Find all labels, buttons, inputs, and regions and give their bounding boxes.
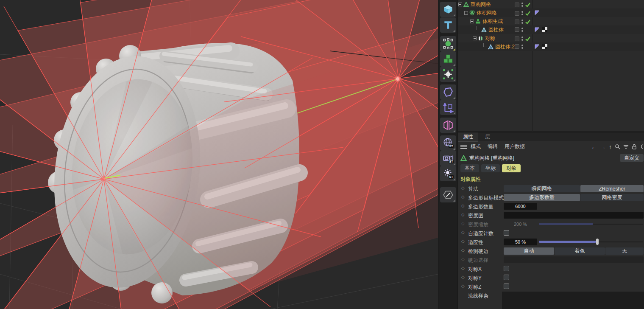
edit-pencil-icon[interactable] <box>515 27 519 32</box>
expand-toggle[interactable] <box>470 20 474 23</box>
deformer-icon[interactable] <box>440 84 456 100</box>
tab-basic[interactable]: 基本 <box>460 164 479 172</box>
key-diamond-icon[interactable]: ◇ <box>461 266 465 270</box>
refresh-icon-clipped[interactable] <box>640 144 643 149</box>
menu-user-data[interactable]: 用户数据 <box>505 143 525 150</box>
menu-edit[interactable]: 编辑 <box>488 143 498 150</box>
visibility-dots[interactable] <box>521 20 523 24</box>
object-row-volume-mesher[interactable]: 体积网格 <box>458 8 644 17</box>
forward-arrow-icon[interactable]: → <box>600 143 606 150</box>
edit-pencil-icon[interactable] <box>515 11 519 16</box>
search-icon[interactable] <box>615 144 620 149</box>
text-tool-icon[interactable] <box>440 17 456 33</box>
cube-primitive-icon[interactable] <box>440 2 456 17</box>
edit-pencil-icon[interactable] <box>515 3 519 7</box>
key-diamond-icon[interactable]: ◇ <box>461 230 465 235</box>
light-icon[interactable]: ST <box>440 166 456 181</box>
texture-tag-icon[interactable] <box>542 27 547 32</box>
object-label[interactable]: 对称 <box>485 35 495 42</box>
polygon-count-input[interactable]: 6000 <box>504 203 537 210</box>
expand-toggle[interactable] <box>473 37 477 40</box>
tree-elbow <box>483 43 487 47</box>
adaptive-count-checkbox[interactable] <box>504 230 509 236</box>
object-label[interactable]: 圆柱体.2 <box>495 43 515 51</box>
target-mode-mesh-density-button[interactable]: 网格密度 <box>580 194 644 201</box>
row-hard-edge-selection: ◇ 硬边选择 <box>458 256 644 264</box>
sky-icon[interactable]: ST <box>440 135 456 151</box>
filter-icon[interactable] <box>623 144 629 149</box>
object-row-volume-builder[interactable]: 体积生成 <box>458 17 644 25</box>
symmetry-tool-icon[interactable] <box>440 118 456 133</box>
back-arrow-icon[interactable]: ← <box>591 143 597 150</box>
phong-flag-icon[interactable] <box>535 44 540 49</box>
menu-mode[interactable]: 模式 <box>471 143 481 150</box>
edit-pencil-icon[interactable] <box>515 37 519 41</box>
camera-icon[interactable]: ST <box>440 151 456 166</box>
object-label[interactable]: 体积网格 <box>477 9 497 17</box>
hard-edges-auto-button[interactable]: 自动 <box>504 247 554 255</box>
key-diamond-icon[interactable]: ◇ <box>461 212 465 217</box>
volume-icon[interactable] <box>440 51 456 67</box>
generator-icon[interactable] <box>440 36 456 51</box>
visibility-dots[interactable] <box>521 37 523 41</box>
visibility-dots[interactable] <box>521 11 523 15</box>
expand-toggle[interactable] <box>458 3 462 6</box>
enabled-check-icon[interactable] <box>525 10 531 16</box>
field-icon[interactable] <box>440 67 456 82</box>
viewport-3d[interactable] <box>0 0 438 309</box>
enabled-check-icon[interactable] <box>525 19 531 25</box>
lock-icon[interactable] <box>632 144 637 149</box>
hard-edges-shading-button[interactable]: 着色 <box>555 247 605 255</box>
density-map-field[interactable] <box>504 212 644 219</box>
property-label: 对称Y <box>468 275 482 282</box>
symmetry-z-checkbox[interactable] <box>504 284 509 289</box>
symmetry-x-checkbox[interactable] <box>504 266 509 271</box>
row-algorithm: ◇ 算法 瞬间网格 ZRemesher <box>458 184 644 193</box>
object-label[interactable]: 重构网格 <box>471 1 491 8</box>
texture-tag-icon[interactable] <box>542 44 547 49</box>
key-diamond-icon[interactable]: ◇ <box>461 275 465 279</box>
sculpt-pen-icon[interactable] <box>440 187 456 202</box>
adaptivity-input[interactable]: 50 % <box>504 239 537 245</box>
algorithm-instant-meshes-button[interactable]: 瞬间网格 <box>504 185 580 192</box>
object-row-remesh[interactable]: 重构网格 <box>458 0 644 8</box>
object-label[interactable]: 圆柱体 <box>488 26 504 34</box>
symmetry-y-checkbox[interactable] <box>504 275 509 280</box>
key-diamond-icon[interactable]: ◇ <box>461 284 465 288</box>
streamline-spline-box[interactable] <box>502 292 644 309</box>
visibility-dots[interactable] <box>521 28 523 32</box>
enabled-check-icon[interactable] <box>525 36 531 42</box>
customize-button[interactable]: 自定义 <box>620 154 644 162</box>
selected-object-title-row: 重构网格 [重构网格] <box>460 154 514 162</box>
object-row-cylinder[interactable]: 圆柱体 <box>458 25 644 34</box>
object-row-cylinder-2[interactable]: 圆柱体.2 <box>458 42 644 51</box>
axis-cube-icon[interactable] <box>440 100 456 115</box>
menu-burger-icon[interactable] <box>460 145 467 149</box>
target-mode-polygon-count-button[interactable]: 多边形数量 <box>504 194 580 201</box>
tab-attributes[interactable]: 属性 <box>458 132 478 141</box>
key-diamond-icon[interactable]: ◇ <box>461 185 465 190</box>
algorithm-zremesher-button[interactable]: ZRemesher <box>580 185 644 192</box>
key-diamond-icon[interactable]: ◇ <box>461 239 465 244</box>
adaptivity-slider[interactable] <box>539 241 643 243</box>
key-diamond-icon[interactable]: ◇ <box>461 248 465 253</box>
tab-object[interactable]: 对象 <box>502 164 521 172</box>
enabled-check-icon[interactable] <box>525 2 531 8</box>
slider-handle[interactable] <box>596 239 599 245</box>
tab-coordinates[interactable]: 坐标 <box>481 164 500 172</box>
visibility-dots[interactable] <box>521 3 523 7</box>
up-arrow-icon[interactable]: ↑ <box>609 143 612 150</box>
phong-flag-icon[interactable] <box>535 27 540 32</box>
edit-pencil-icon[interactable] <box>515 20 519 24</box>
key-diamond-icon[interactable]: ◇ <box>461 203 465 208</box>
expand-toggle[interactable] <box>464 11 468 15</box>
row-detect-hard-edges: ◇ 检测硬边 自动 着色 无 <box>458 247 644 256</box>
object-label[interactable]: 体积生成 <box>482 18 503 25</box>
key-diamond-icon[interactable]: ◇ <box>461 194 465 199</box>
tab-layers[interactable]: 层 <box>480 132 495 141</box>
phong-flag-icon[interactable] <box>535 10 540 15</box>
hard-edges-none-button[interactable]: 无 <box>605 247 644 255</box>
visibility-dots[interactable] <box>521 45 523 49</box>
edit-pencil-icon[interactable] <box>515 44 519 49</box>
object-row-symmetry[interactable]: 对称 <box>458 34 644 42</box>
